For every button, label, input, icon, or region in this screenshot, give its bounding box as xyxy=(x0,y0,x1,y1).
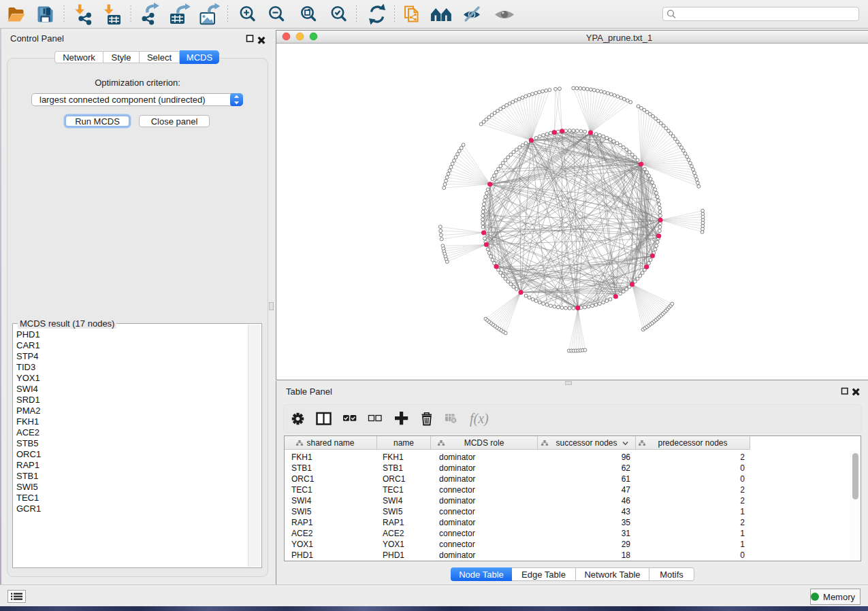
svg-text:f(x): f(x) xyxy=(470,411,489,427)
